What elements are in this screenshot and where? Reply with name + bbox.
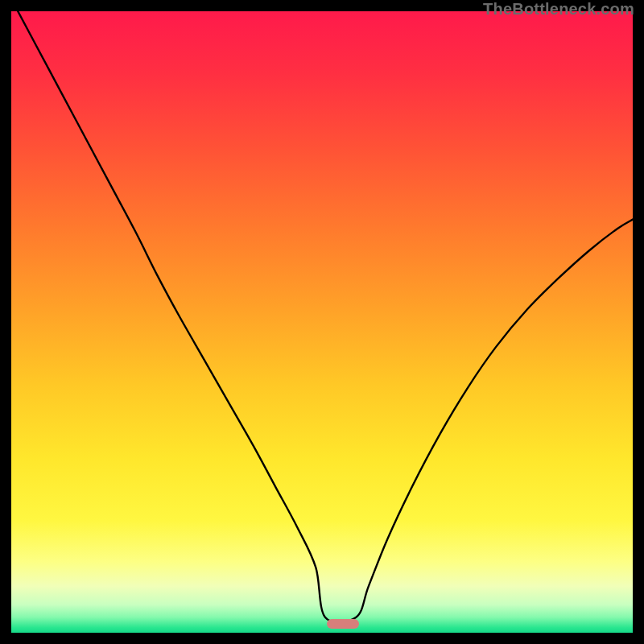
chart-frame: TheBottleneck.com bbox=[0, 0, 644, 644]
watermark-text: TheBottleneck.com bbox=[483, 0, 634, 19]
plot-area bbox=[11, 11, 633, 633]
bottleneck-curve bbox=[11, 11, 633, 633]
optimal-marker bbox=[327, 619, 359, 629]
